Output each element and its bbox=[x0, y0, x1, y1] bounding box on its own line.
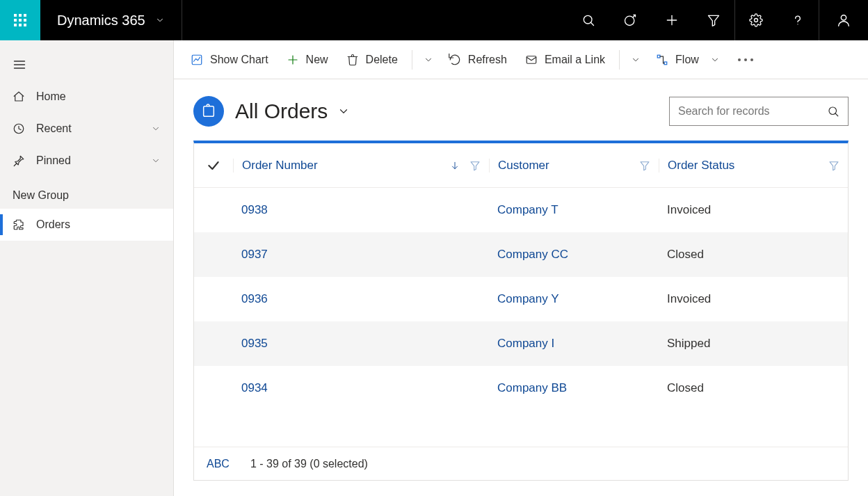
alpha-filter[interactable]: ABC bbox=[207, 458, 230, 470]
cmd-overflow[interactable] bbox=[731, 58, 760, 61]
order-link[interactable]: 0934 bbox=[241, 381, 268, 394]
customer-link[interactable]: Company BB bbox=[497, 381, 567, 394]
funnel-icon[interactable] bbox=[639, 160, 650, 171]
flow-icon bbox=[656, 54, 668, 66]
sidebar-group-label: New Group bbox=[0, 177, 173, 209]
funnel-icon[interactable] bbox=[469, 160, 481, 171]
customer-link[interactable]: Company I bbox=[497, 337, 554, 350]
svg-marker-33 bbox=[471, 161, 479, 170]
cmd-flow-label: Flow bbox=[675, 54, 699, 66]
view-switcher[interactable]: All Orders bbox=[235, 99, 350, 123]
sidebar-item-recent[interactable]: Recent bbox=[0, 113, 173, 145]
menu-icon bbox=[13, 58, 26, 72]
search-input[interactable] bbox=[678, 105, 820, 118]
help-icon bbox=[791, 13, 805, 27]
col-order-label: Order Number bbox=[242, 159, 318, 173]
view-entity-badge bbox=[193, 96, 224, 127]
sidebar-pinned-label: Pinned bbox=[36, 154, 71, 167]
table-row[interactable]: 0935 Company I Shipped bbox=[194, 321, 848, 366]
cmd-refresh-label: Refresh bbox=[468, 54, 507, 66]
paging-text: 1 - 39 of 39 (0 selected) bbox=[250, 458, 368, 470]
svg-rect-26 bbox=[527, 56, 536, 63]
svg-marker-34 bbox=[641, 161, 649, 170]
col-customer[interactable]: Customer bbox=[489, 159, 659, 173]
puzzle-icon bbox=[201, 104, 216, 119]
puzzle-icon bbox=[13, 218, 25, 231]
cmd-email-link-label: Email a Link bbox=[545, 54, 605, 66]
status-value: Closed bbox=[659, 381, 848, 395]
mail-icon bbox=[525, 54, 538, 66]
svg-line-10 bbox=[590, 22, 593, 25]
brand-menu[interactable]: Dynamics 365 bbox=[40, 0, 182, 40]
svg-rect-6 bbox=[14, 24, 17, 26]
sidebar-orders-label: Orders bbox=[36, 218, 70, 231]
table-row[interactable]: 0938 Company T Invoiced bbox=[194, 188, 848, 232]
account-button[interactable] bbox=[819, 0, 868, 40]
settings-button[interactable] bbox=[735, 0, 777, 40]
table-row[interactable]: 0937 Company CC Closed bbox=[194, 232, 848, 277]
home-icon bbox=[13, 90, 25, 103]
sidebar-home-label: Home bbox=[36, 90, 66, 103]
help-button[interactable] bbox=[777, 0, 819, 40]
task-button[interactable] bbox=[609, 0, 651, 40]
cmd-delete-label: Delete bbox=[366, 54, 398, 66]
target-icon bbox=[623, 13, 637, 27]
filter-button[interactable] bbox=[693, 0, 734, 40]
hamburger-button[interactable] bbox=[0, 49, 173, 81]
svg-rect-3 bbox=[14, 19, 17, 22]
search-records[interactable] bbox=[669, 97, 849, 126]
status-value: Invoiced bbox=[659, 203, 848, 217]
search-icon bbox=[581, 13, 595, 27]
search-button[interactable] bbox=[568, 0, 609, 40]
grid-footer: ABC 1 - 39 of 39 (0 selected) bbox=[194, 447, 848, 480]
select-all[interactable] bbox=[194, 159, 233, 173]
customer-link[interactable]: Company T bbox=[497, 203, 558, 216]
main: Show Chart New Delete Refresh Email a Li… bbox=[174, 40, 868, 496]
order-link[interactable]: 0938 bbox=[241, 203, 268, 216]
order-link[interactable]: 0936 bbox=[241, 292, 268, 305]
arrow-down-icon bbox=[450, 161, 460, 170]
svg-marker-15 bbox=[709, 15, 719, 26]
svg-rect-2 bbox=[24, 14, 26, 17]
command-bar: Show Chart New Delete Refresh Email a Li… bbox=[174, 40, 868, 79]
order-link[interactable]: 0937 bbox=[241, 248, 268, 261]
refresh-icon bbox=[449, 54, 461, 66]
order-link[interactable]: 0935 bbox=[241, 337, 268, 350]
grid-header: Order Number Customer Order Status bbox=[194, 143, 848, 188]
customer-link[interactable]: Company Y bbox=[497, 292, 559, 305]
sidebar-item-home[interactable]: Home bbox=[0, 81, 173, 113]
svg-rect-8 bbox=[24, 24, 26, 26]
customer-link[interactable]: Company CC bbox=[497, 248, 568, 261]
search-icon bbox=[827, 105, 839, 118]
cmd-refresh[interactable]: Refresh bbox=[442, 40, 514, 79]
col-order-number[interactable]: Order Number bbox=[233, 159, 489, 173]
cmd-show-chart-label: Show Chart bbox=[210, 54, 268, 66]
funnel-icon[interactable] bbox=[828, 160, 839, 171]
cmd-flow[interactable]: Flow bbox=[649, 40, 727, 79]
cmd-new[interactable]: New bbox=[280, 40, 335, 79]
app-launcher-button[interactable] bbox=[0, 0, 40, 40]
svg-point-18 bbox=[841, 15, 846, 20]
cmd-email-dropdown[interactable] bbox=[627, 40, 645, 79]
sidebar-item-pinned[interactable]: Pinned bbox=[0, 145, 173, 177]
clock-icon bbox=[13, 122, 25, 135]
orders-grid: Order Number Customer Order Status bbox=[193, 141, 849, 481]
plus-icon bbox=[665, 13, 679, 27]
status-value: Shipped bbox=[659, 337, 848, 351]
cmd-show-chart[interactable]: Show Chart bbox=[184, 40, 275, 79]
cmd-delete-dropdown[interactable] bbox=[419, 40, 437, 79]
chevron-down-icon bbox=[631, 55, 641, 65]
col-status[interactable]: Order Status bbox=[659, 159, 848, 173]
brand-label: Dynamics 365 bbox=[57, 13, 145, 29]
sidebar-item-orders[interactable]: Orders bbox=[0, 209, 173, 241]
plus-icon bbox=[287, 54, 299, 66]
add-button[interactable] bbox=[651, 0, 693, 40]
table-row[interactable]: 0936 Company Y Invoiced bbox=[194, 277, 848, 321]
cmd-email-link[interactable]: Email a Link bbox=[518, 40, 612, 79]
sidebar: Home Recent Pinned New Group Orders bbox=[0, 40, 174, 496]
cmd-delete[interactable]: Delete bbox=[339, 40, 405, 79]
chevron-down-icon bbox=[424, 55, 433, 65]
sidebar-recent-label: Recent bbox=[36, 122, 72, 135]
svg-point-17 bbox=[797, 24, 798, 24]
table-row[interactable]: 0934 Company BB Closed bbox=[194, 366, 848, 410]
